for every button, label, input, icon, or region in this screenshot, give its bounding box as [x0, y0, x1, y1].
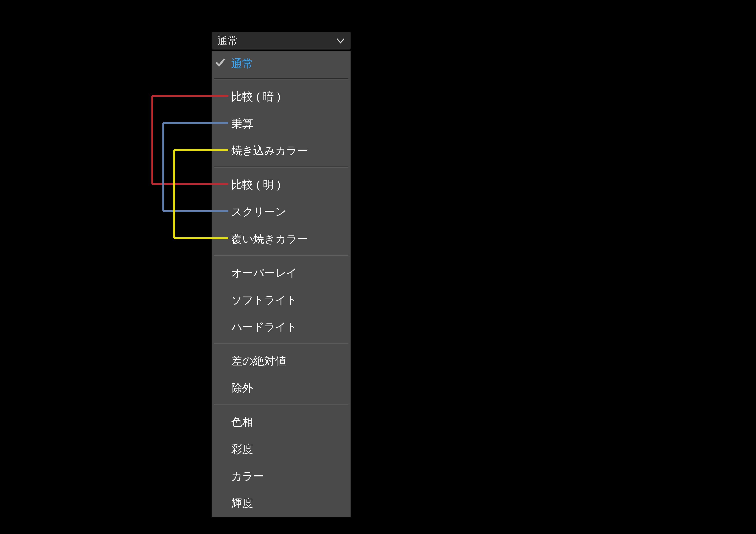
- menu-item-label: スクリーン: [231, 204, 286, 219]
- menu-item[interactable]: 乗算: [212, 110, 351, 137]
- menu-item[interactable]: 除外: [212, 374, 351, 402]
- menu-item[interactable]: 輝度: [212, 490, 351, 517]
- menu-item-label: 除外: [231, 381, 253, 395]
- menu-item[interactable]: 色相: [212, 409, 351, 436]
- menu-item-label: 輝度: [231, 496, 253, 511]
- menu-item[interactable]: 焼き込みカラー: [212, 137, 351, 164]
- blend-mode-menu[interactable]: 通常比較 ( 暗 )乗算焼き込みカラー比較 ( 明 )スクリーン覆い焼きカラーオ…: [211, 51, 351, 518]
- menu-item-label: ハードライト: [231, 319, 297, 335]
- menu-item-label: 乗算: [231, 116, 253, 131]
- menu-item-label: 比較 ( 暗 ): [231, 89, 281, 104]
- menu-separator: [212, 402, 351, 409]
- menu-item[interactable]: 通常: [212, 51, 351, 76]
- menu-item-label: 焼き込みカラー: [231, 143, 308, 158]
- menu-item[interactable]: 彩度: [212, 435, 351, 463]
- blend-mode-select[interactable]: 通常: [211, 31, 351, 50]
- menu-separator: [212, 252, 351, 259]
- menu-item-label: カラー: [231, 469, 264, 484]
- chevron-down-icon: [336, 38, 345, 43]
- menu-separator: [212, 341, 351, 347]
- menu-item-label: 覆い焼きカラー: [231, 231, 308, 246]
- menu-item-label: ソフトライト: [231, 292, 297, 307]
- connector-overlay: [0, 0, 756, 534]
- menu-item-label: 差の絶対値: [231, 353, 286, 369]
- menu-item[interactable]: 比較 ( 暗 ): [212, 83, 351, 110]
- menu-item[interactable]: 差の絶対値: [212, 347, 351, 374]
- menu-item[interactable]: オーバーレイ: [212, 259, 351, 286]
- menu-item-label: 彩度: [231, 442, 253, 457]
- menu-item[interactable]: ハードライト: [212, 313, 351, 341]
- menu-item[interactable]: 覆い焼きカラー: [212, 225, 351, 252]
- menu-item[interactable]: カラー: [212, 463, 351, 490]
- menu-item[interactable]: 比較 ( 明 ): [212, 171, 351, 198]
- menu-item-label: 色相: [231, 415, 253, 430]
- menu-item-label: 比較 ( 明 ): [231, 177, 281, 192]
- menu-item[interactable]: ソフトライト: [212, 286, 351, 313]
- blend-mode-selected-label: 通常: [217, 34, 238, 48]
- menu-item-label: 通常: [231, 56, 253, 71]
- menu-item-label: オーバーレイ: [231, 266, 297, 280]
- menu-separator: [212, 76, 351, 83]
- menu-item[interactable]: スクリーン: [212, 198, 351, 225]
- check-icon: [215, 57, 225, 70]
- menu-separator: [212, 164, 351, 171]
